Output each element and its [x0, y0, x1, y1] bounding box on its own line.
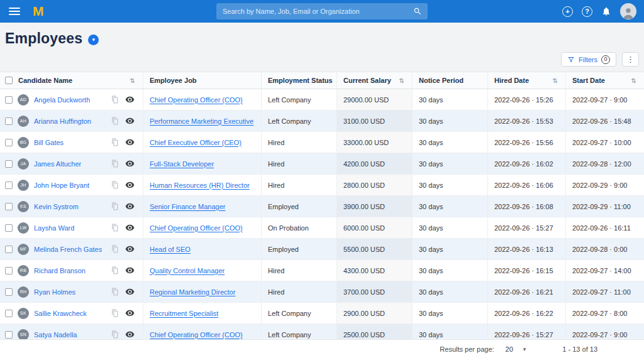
document-icon[interactable] — [111, 330, 119, 339]
hired-date: 2022-09-26 · 16:15 — [494, 267, 553, 274]
hired-date: 2022-09-26 · 15:27 — [494, 224, 553, 232]
row-actions — [111, 138, 136, 147]
hired-date: 2022-09-26 · 16:21 — [494, 288, 553, 296]
row-checkbox[interactable] — [5, 288, 13, 296]
employee-job-link[interactable]: Full-Stack Developer — [150, 160, 214, 168]
employee-job-link[interactable]: Chief Operating Officer (COO) — [150, 331, 243, 339]
menu-icon[interactable] — [9, 8, 20, 15]
row-checkbox[interactable] — [5, 182, 13, 189]
employee-job-link[interactable]: Regional Marketing Director — [150, 288, 235, 296]
candidate-name-link[interactable]: James Altucher — [34, 160, 81, 168]
row-avatar: RB — [18, 265, 29, 276]
help-icon[interactable]: ? — [582, 6, 592, 17]
notice-period: 30 days — [419, 246, 443, 253]
hired-date: 2022-09-26 · 16:08 — [494, 203, 553, 210]
user-avatar[interactable] — [620, 3, 636, 19]
sort-icon[interactable]: ⇅ — [553, 77, 559, 84]
employee-job-link[interactable]: Human Resources (HR) Director — [150, 182, 250, 189]
candidate-name-link[interactable]: Sallie Krawcheck — [34, 310, 87, 317]
sort-icon[interactable]: ⇅ — [631, 77, 638, 84]
table-row: AH Arianna Huffington Performance Market… — [0, 111, 644, 132]
employee-job-link[interactable]: Chief Operating Officer (COO) — [150, 224, 243, 232]
view-icon[interactable] — [125, 330, 135, 339]
employee-job-link[interactable]: Performance Marketing Executive — [150, 117, 253, 125]
document-icon[interactable] — [111, 309, 119, 317]
row-checkbox[interactable] — [5, 139, 13, 146]
notifications-icon[interactable] — [601, 6, 611, 16]
candidate-name-link[interactable]: Richard Branson — [34, 267, 86, 274]
document-icon[interactable] — [111, 160, 119, 168]
view-icon[interactable] — [125, 244, 135, 254]
current-salary: 4300.00 USD — [343, 267, 385, 274]
candidate-name-link[interactable]: Bill Gates — [34, 139, 64, 146]
table-row: SK Sallie Krawcheck Recruitment Speciali… — [0, 303, 644, 324]
view-icon[interactable] — [125, 223, 135, 232]
select-all-checkbox[interactable] — [5, 77, 13, 84]
document-icon[interactable] — [111, 288, 119, 296]
document-icon[interactable] — [111, 181, 119, 189]
employee-job-link[interactable]: Quality Control Manager — [150, 267, 225, 274]
search-bar[interactable] — [216, 3, 428, 19]
view-icon[interactable] — [125, 159, 135, 168]
table-row: JA James Altucher Full-Stack Developer H… — [0, 153, 644, 175]
row-checkbox[interactable] — [5, 246, 13, 253]
view-icon[interactable] — [125, 180, 135, 190]
row-checkbox[interactable] — [5, 310, 13, 317]
document-icon[interactable] — [111, 95, 119, 104]
more-options-button[interactable]: ⋮ — [622, 52, 639, 67]
add-icon[interactable]: + — [562, 6, 573, 17]
view-icon[interactable] — [125, 95, 135, 104]
row-checkbox[interactable] — [5, 96, 13, 104]
employees-table: Candidate Name ⇅ Employee Job Employment… — [0, 72, 644, 345]
employee-job-link[interactable]: Head of SEO — [150, 246, 191, 253]
sort-icon[interactable]: ⇅ — [130, 77, 136, 84]
candidate-name-link[interactable]: Laysha Ward — [34, 224, 74, 232]
row-actions — [111, 308, 136, 318]
view-icon[interactable] — [125, 202, 135, 211]
results-per-page-select[interactable]: 20 ▾ — [506, 345, 526, 353]
view-icon[interactable] — [125, 116, 135, 126]
document-icon[interactable] — [111, 202, 119, 210]
row-avatar: RH — [18, 286, 29, 298]
row-checkbox[interactable] — [5, 224, 13, 232]
row-checkbox[interactable] — [5, 331, 13, 339]
search-icon[interactable] — [413, 7, 422, 16]
view-icon[interactable] — [125, 138, 135, 147]
sort-icon[interactable]: ⇅ — [399, 77, 406, 84]
employment-status: Hired — [268, 267, 284, 274]
row-checkbox[interactable] — [5, 117, 13, 125]
document-icon[interactable] — [111, 266, 119, 274]
row-checkbox[interactable] — [5, 203, 13, 210]
candidate-name-link[interactable]: Angela Duckworth — [34, 96, 90, 104]
document-icon[interactable] — [111, 245, 119, 253]
candidate-name-link[interactable]: Arianna Huffington — [34, 117, 91, 125]
column-header-current-salary[interactable]: Current Salary — [343, 77, 391, 84]
notice-period: 30 days — [419, 288, 443, 296]
employee-job-link[interactable]: Chief Operating Officer (COO) — [150, 96, 243, 104]
column-header-hired-date[interactable]: Hired Date — [494, 77, 529, 84]
row-checkbox[interactable] — [5, 267, 13, 274]
employee-job-link[interactable]: Senior Finance Manager — [150, 203, 225, 210]
view-icon[interactable] — [125, 287, 135, 296]
candidate-name-link[interactable]: Satya Nadella — [34, 331, 77, 339]
row-checkbox[interactable] — [5, 160, 13, 168]
caret-down-icon: ▾ — [523, 346, 526, 352]
page-title-dropdown[interactable]: ▾ — [88, 35, 99, 45]
search-input[interactable] — [216, 8, 413, 15]
document-icon[interactable] — [111, 138, 119, 146]
column-header-candidate-name[interactable]: Candidate Name — [18, 77, 72, 84]
candidate-name-link[interactable]: John Hope Bryant — [34, 182, 89, 189]
filters-button[interactable]: Filters 0 — [561, 52, 616, 67]
view-icon[interactable] — [125, 266, 135, 275]
employee-job-link[interactable]: Recruitment Specialist — [150, 310, 218, 317]
candidate-name-link[interactable]: Ryan Holmes — [34, 288, 75, 296]
column-header-start-date[interactable]: Start Date — [572, 77, 605, 84]
document-icon[interactable] — [111, 224, 119, 232]
app-logo[interactable]: M — [33, 4, 44, 19]
row-avatar: AD — [18, 94, 29, 106]
candidate-name-link[interactable]: Melinda French Gates — [34, 246, 102, 253]
document-icon[interactable] — [111, 117, 119, 125]
employee-job-link[interactable]: Chief Executive Officer (CEO) — [150, 139, 242, 146]
candidate-name-link[interactable]: Kevin Systrom — [34, 203, 79, 210]
view-icon[interactable] — [125, 308, 135, 318]
